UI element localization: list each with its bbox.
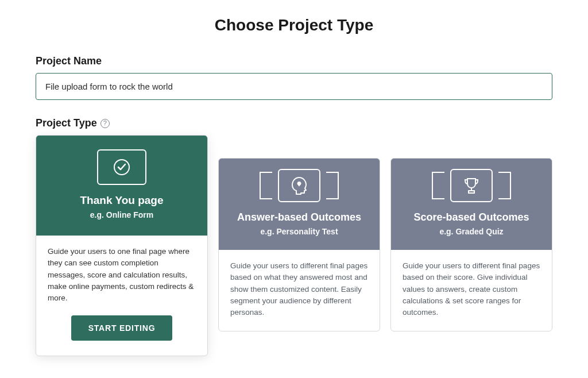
project-type-label-text: Project Type <box>36 117 97 129</box>
persona-head-icon <box>260 169 339 202</box>
card-answer-outcomes-description: Guide your users to different final page… <box>230 260 368 318</box>
card-answer-outcomes-header: Answer-based Outcomes e.g. Personality T… <box>219 159 380 250</box>
card-score-outcomes[interactable]: Score-based Outcomes e.g. Graded Quiz Gu… <box>390 158 552 331</box>
help-icon[interactable]: ? <box>100 119 110 128</box>
card-score-outcomes-subtitle: e.g. Graded Quiz <box>439 227 503 236</box>
page-title: Choose Project Type <box>36 16 552 34</box>
project-type-label: Project Type ? <box>36 117 552 129</box>
start-editing-button[interactable]: START EDITING <box>71 315 173 341</box>
checkmark-screen-icon <box>97 149 146 185</box>
project-name-label-text: Project Name <box>36 55 102 67</box>
card-answer-outcomes[interactable]: Answer-based Outcomes e.g. Personality T… <box>218 158 380 331</box>
svg-rect-2 <box>469 191 474 193</box>
card-thank-you-header: Thank You page e.g. Online Form <box>36 136 207 236</box>
project-name-input[interactable] <box>36 73 552 100</box>
card-answer-outcomes-title: Answer-based Outcomes <box>237 211 361 223</box>
card-score-outcomes-description: Guide your users to different final page… <box>403 260 540 318</box>
project-type-cards: Thank You page e.g. Online Form Guide yo… <box>36 135 552 356</box>
trophy-icon <box>432 169 511 202</box>
card-thank-you[interactable]: Thank You page e.g. Online Form Guide yo… <box>36 135 208 356</box>
card-thank-you-subtitle: e.g. Online Form <box>90 210 153 219</box>
card-thank-you-title: Thank You page <box>80 194 164 207</box>
card-thank-you-description: Guide your users to one final page where… <box>48 246 196 304</box>
card-score-outcomes-header: Score-based Outcomes e.g. Graded Quiz <box>391 159 552 250</box>
card-answer-outcomes-body: Guide your users to different final page… <box>219 250 380 331</box>
project-name-label: Project Name <box>36 55 552 67</box>
card-score-outcomes-title: Score-based Outcomes <box>413 211 529 223</box>
card-thank-you-body: Guide your users to one final page where… <box>36 236 207 356</box>
card-answer-outcomes-subtitle: e.g. Personality Test <box>260 227 338 236</box>
card-score-outcomes-body: Guide your users to different final page… <box>391 250 552 331</box>
